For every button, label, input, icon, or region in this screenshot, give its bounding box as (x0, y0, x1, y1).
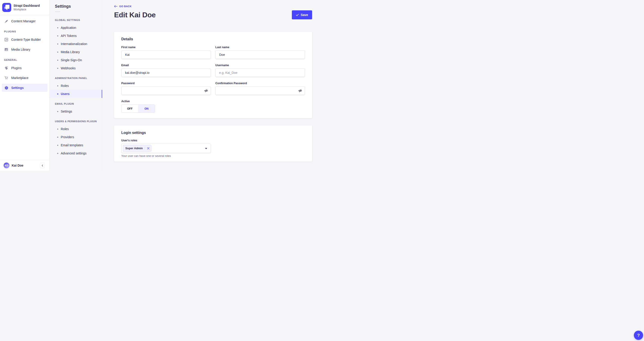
password-field: Password (121, 82, 211, 95)
bullet-icon (57, 68, 58, 69)
subnav-item-label: Providers (61, 135, 74, 139)
subnav-item-label: API Tokens (61, 34, 77, 38)
page-title: Edit Kai Doe (114, 11, 156, 19)
sidebar-item-label: Settings (11, 86, 24, 90)
cart-icon (4, 76, 8, 80)
subnav-item-email-settings[interactable]: Settings (50, 107, 102, 116)
sidebar-item-content-type-builder[interactable]: Content-Type Builder (2, 36, 48, 44)
feather-icon (4, 19, 8, 24)
subnav-group-email-plugin: EMAIL PLUGIN Settings (50, 102, 102, 116)
strapi-app: Strapi Dashboard Workplace Content Manag… (0, 0, 322, 170)
email-field: Email (121, 64, 211, 77)
details-grid: First name Last name Email Username Pass… (121, 46, 305, 95)
user-roles-label: User's roles (121, 139, 305, 142)
bullet-icon (57, 35, 58, 36)
subnav-item-label: Users (61, 92, 70, 96)
puzzle-icon (4, 66, 8, 70)
sidebar-item-media-library[interactable]: Media Library (2, 46, 48, 54)
bullet-icon (57, 128, 58, 130)
gear-icon (4, 86, 8, 90)
bullet-icon (57, 52, 58, 53)
save-button-label: Save (300, 13, 308, 17)
user-roles-select[interactable]: Super Admin (121, 144, 211, 153)
first-name-input[interactable] (121, 50, 211, 59)
login-settings-heading: Login settings (121, 131, 305, 135)
subnav-group-header: GLOBAL SETTINGS (50, 19, 102, 22)
subnav-item-media-library[interactable]: Media Library (50, 48, 102, 56)
bullet-icon (57, 27, 58, 28)
sidebar-item-settings[interactable]: Settings (2, 84, 48, 92)
subnav-item-admin-users[interactable]: Users (50, 90, 102, 98)
subnav-item-label: Settings (61, 110, 72, 113)
subnav-divider (55, 12, 60, 12)
subnav-item-up-roles[interactable]: Roles (50, 125, 102, 133)
password-input[interactable] (121, 86, 211, 95)
subnav-group-users-permissions: USERS & PERMISSIONS PLUGIN Roles Provide… (50, 120, 102, 157)
eye-off-icon (204, 89, 208, 93)
sidebar-item-marketplace[interactable]: Marketplace (2, 74, 48, 82)
go-back-link[interactable]: GO BACK (114, 5, 132, 8)
active-label: Active (121, 100, 305, 103)
first-name-label: First name (121, 46, 211, 49)
email-label: Email (121, 64, 211, 67)
chevron-left-icon (41, 164, 44, 167)
subnav-item-label: Application (61, 26, 76, 30)
toggle-password-visibility-button[interactable] (202, 87, 210, 95)
subnav-item-admin-roles[interactable]: Roles (50, 82, 102, 90)
settings-subnav: Settings GLOBAL SETTINGS Application API… (50, 0, 102, 170)
last-name-input[interactable] (215, 50, 305, 59)
brand-text: Strapi Dashboard Workplace (14, 4, 40, 11)
sidebar-section-general: GENERAL (2, 58, 48, 61)
email-input[interactable] (121, 68, 211, 77)
subnav-item-advanced-settings[interactable]: Advanced settings (50, 149, 102, 157)
username-label: Username (215, 64, 305, 67)
sidebar-item-plugins[interactable]: Plugins (2, 64, 48, 72)
bullet-icon (57, 44, 58, 44)
go-back-label: GO BACK (119, 5, 132, 8)
subnav-group-global-settings: GLOBAL SETTINGS Application API Tokens I… (50, 19, 102, 72)
check-icon (296, 14, 299, 16)
remove-role-button[interactable] (146, 146, 151, 151)
subnav-item-email-templates[interactable]: Email templates (50, 141, 102, 149)
bullet-icon (57, 94, 58, 94)
subnav-group-administration-panel: ADMINISTRATION PANEL Roles Users (50, 77, 102, 98)
footer-user-name: Kai Doe (12, 164, 24, 167)
subnav-item-application[interactable]: Application (50, 24, 102, 32)
image-icon (4, 47, 8, 52)
eye-off-icon (298, 89, 302, 93)
toggle-off-option[interactable]: OFF (122, 105, 138, 112)
toggle-confirmation-visibility-button[interactable] (296, 87, 305, 95)
subnav-item-single-sign-on[interactable]: Single Sign-On (50, 56, 102, 64)
subnav-item-providers[interactable]: Providers (50, 133, 102, 141)
sidebar-item-label: Media Library (11, 48, 30, 51)
sidebar-item-label: Plugins (11, 66, 22, 70)
toggle-on-option[interactable]: ON (138, 105, 155, 112)
confirmation-password-input[interactable] (215, 86, 305, 95)
strapi-logo-icon (2, 3, 11, 12)
sidebar-nav: Content Manager PLUGINS Content-Type Bui… (0, 15, 49, 160)
sidebar-item-label: Content Manager (11, 19, 36, 23)
subnav-item-webhooks[interactable]: Webhooks (50, 64, 102, 72)
chevron-down-icon (205, 148, 207, 149)
subnav-item-label: Media Library (61, 50, 80, 54)
confirmation-password-field: Confirmation Password (215, 82, 305, 95)
page-header: Edit Kai Doe Save (114, 10, 312, 19)
login-settings-card: Login settings User's roles Super Admin … (114, 125, 312, 162)
avatar[interactable]: KD (4, 162, 10, 168)
active-toggle: OFF ON (121, 104, 155, 113)
arrow-left-icon (114, 5, 118, 8)
workspace-brand[interactable]: Strapi Dashboard Workplace (0, 0, 49, 15)
subnav-item-label: Roles (61, 84, 69, 88)
last-name-label: Last name (215, 46, 305, 49)
sidebar-section-plugins: PLUGINS (2, 30, 48, 33)
subnav-item-api-tokens[interactable]: API Tokens (50, 32, 102, 40)
sidebar-collapse-button[interactable] (40, 162, 45, 168)
bullet-icon (57, 60, 58, 61)
subnav-item-internationalization[interactable]: Internationalization (50, 40, 102, 48)
main-sidebar: Strapi Dashboard Workplace Content Manag… (0, 0, 50, 170)
username-input[interactable] (215, 68, 305, 77)
active-field: Active OFF ON (121, 100, 305, 113)
bullet-icon (57, 145, 58, 146)
save-button[interactable]: Save (292, 10, 312, 19)
sidebar-item-content-manager[interactable]: Content Manager (2, 17, 48, 25)
